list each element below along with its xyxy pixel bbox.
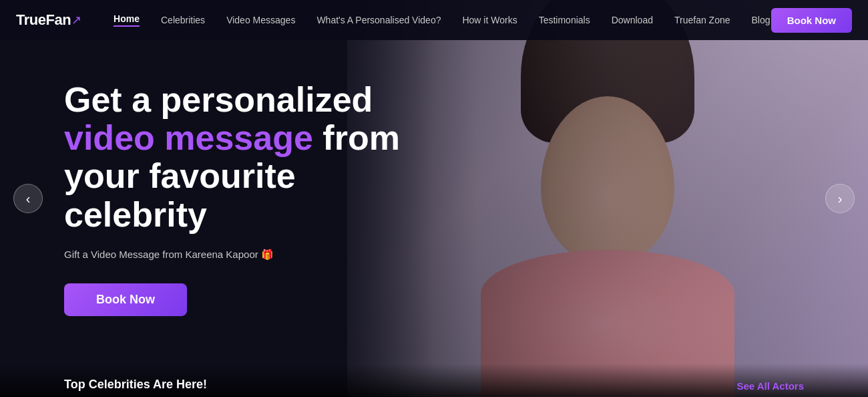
- hero-section: TrueFan ↗ Home Celebrities Video Message…: [0, 0, 868, 397]
- right-arrow-icon: ›: [838, 191, 843, 207]
- navbar: TrueFan ↗ Home Celebrities Video Message…: [0, 0, 868, 40]
- logo-mark: ↗: [71, 13, 81, 27]
- logo-text: TrueFan: [16, 11, 71, 29]
- see-all-actors-link[interactable]: See All Actors: [736, 380, 804, 392]
- hero-title-text1: Get a personalized: [64, 80, 373, 119]
- hero-title-highlight: video message: [64, 118, 313, 157]
- nav-link-download[interactable]: Download: [612, 15, 653, 25]
- nav-link-how-it-works[interactable]: How it Works: [462, 15, 517, 25]
- bottom-bar: Top Celebrities Are Here! See All Actors: [0, 364, 868, 397]
- hero-book-now-button[interactable]: Book Now: [64, 283, 187, 316]
- nav-link-celebrities[interactable]: Celebrities: [161, 15, 205, 25]
- nav-links: Home Celebrities Video Messages What's A…: [114, 13, 771, 27]
- hero-prev-arrow-button[interactable]: ‹: [13, 184, 43, 213]
- nav-link-truefan-zone[interactable]: Truefan Zone: [674, 15, 730, 25]
- navbar-book-now-button[interactable]: Book Now: [771, 8, 852, 33]
- left-arrow-icon: ‹: [26, 191, 31, 207]
- nav-link-whats-personalised[interactable]: What's A Personalised Video?: [316, 15, 441, 25]
- hero-title: Get a personalized video message from yo…: [64, 81, 438, 234]
- hero-next-arrow-button[interactable]: ›: [825, 184, 855, 213]
- top-celebrities-label: Top Celebrities Are Here!: [64, 378, 207, 392]
- hero-subtitle: Gift a Video Message from Kareena Kapoor…: [64, 247, 438, 263]
- nav-link-blog[interactable]: Blog: [752, 15, 771, 25]
- hero-content: Get a personalized video message from yo…: [64, 81, 438, 316]
- nav-link-video-messages[interactable]: Video Messages: [226, 15, 295, 25]
- nav-link-home[interactable]: Home: [114, 13, 140, 27]
- logo[interactable]: TrueFan ↗: [16, 11, 81, 29]
- nav-link-testimonials[interactable]: Testimonials: [539, 15, 590, 25]
